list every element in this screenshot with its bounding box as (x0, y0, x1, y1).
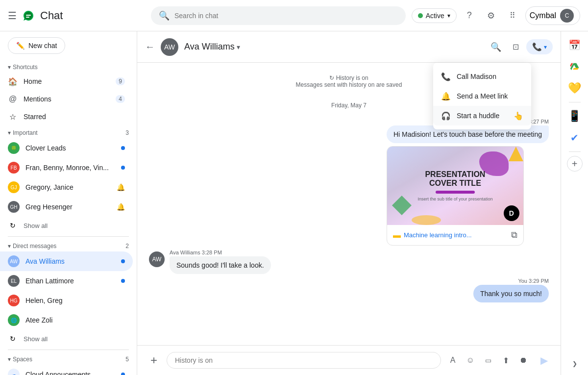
format-text-button[interactable]: A (445, 352, 461, 368)
grid-button[interactable]: ⠿ (504, 7, 521, 25)
right-panel-divider (569, 102, 581, 102)
attachment-name: ▬ Machine learning intro... (393, 231, 472, 240)
emoji-button[interactable]: ☺ (463, 352, 478, 368)
bell-icon2: 🔔 (117, 203, 125, 211)
phone-call-button[interactable]: 📞 ▾ (526, 39, 553, 54)
new-chat-icon: ✏️ (16, 42, 24, 50)
message-meta: Ava Williams 3:28 PM (170, 250, 271, 255)
spaces-toggle[interactable]: ▾ Spaces (8, 356, 32, 363)
google-chat-logo (22, 9, 35, 23)
sidebar-item-starred[interactable]: ☆ Starred (0, 108, 133, 125)
presentation-bar (436, 191, 475, 194)
sidebar-item-fran-benny[interactable]: FB Fran, Benny, Monroe, Vin... (0, 158, 133, 177)
phone-icon2: 📞 (441, 72, 451, 81)
dm-toggle[interactable]: ▾ Direct messages (8, 243, 56, 250)
svg-rect-1 (26, 15, 31, 16)
chevron-down-icon: ▾ (8, 64, 11, 71)
settings-button[interactable]: ⚙ (482, 7, 500, 25)
unread-dot (121, 166, 125, 170)
sidebar-item-ethan-lattimore[interactable]: EL Ethan Lattimore (0, 271, 133, 291)
sidebar-item-mentions[interactable]: @ Mentions 4 (0, 90, 133, 108)
message-meta: You 3:29 PM (473, 278, 549, 284)
chevron-down-icon3: ▾ (8, 243, 11, 250)
unread-dot (121, 279, 125, 283)
bell-icon: 🔔 (117, 183, 125, 191)
dropdown-item-call-madison[interactable]: 📞 Call Madison (433, 67, 531, 86)
message-content: Ava Williams 3:28 PM Sounds good! I'll t… (170, 250, 271, 274)
avatar: C (560, 9, 574, 23)
show-all-important[interactable]: ↻ Show all (0, 217, 133, 234)
presentation-desc: Insert the sub title of your presentatio… (417, 197, 492, 201)
drive-icon[interactable] (565, 57, 585, 76)
expand-panel-button[interactable]: ❯ (572, 360, 577, 371)
sidebar-item-greg-hesenger[interactable]: GH Greg Hesenger 🔔 (0, 197, 133, 217)
search-input[interactable] (174, 12, 398, 20)
mentions-icon: @ (8, 94, 18, 104)
search-chat-button[interactable]: 🔍 (487, 38, 505, 56)
important-toggle[interactable]: ▾ Important (8, 129, 38, 136)
shortcuts-toggle[interactable]: ▾ Shortcuts (8, 64, 38, 71)
sidebar-item-clover-leads[interactable]: 🍀 Clover Leads (0, 138, 133, 158)
search-input-wrap[interactable]: 🔍 (151, 6, 406, 25)
message-content: You 3:29 PM Thank you so much! (473, 278, 549, 302)
cursor-pointer-icon: 👆 (514, 111, 523, 121)
unread-dot (121, 373, 125, 375)
right-panel: 📅 💛 📱 ✔ + ❯ (561, 31, 588, 375)
sidebar-item-atee-zoli[interactable]: 🌐 Atee Zoli (0, 310, 133, 330)
send-button[interactable]: ▶ (535, 351, 553, 369)
message-content: You 3:27 PM Hi Madision! Let's touch bas… (387, 119, 549, 246)
dropdown-item-send-meet-link[interactable]: 🔔 Send a Meet link (433, 86, 531, 106)
help-button[interactable]: ? (461, 7, 478, 25)
dropdown-menu: 📞 Call Madison 🔔 Send a Meet link 🎧 Star… (433, 63, 531, 129)
contact-name[interactable]: Ava Williams ▾ (184, 42, 481, 52)
message-input[interactable] (167, 352, 441, 369)
important-section-header: ▾ Important 3 (0, 125, 137, 138)
add-apps-button[interactable]: + (567, 156, 583, 172)
divider2 (8, 350, 129, 350)
keep-icon[interactable]: 💛 (565, 78, 585, 98)
mention-button[interactable]: ▭ (480, 352, 496, 368)
home-icon: 🏠 (8, 76, 18, 86)
sidebar-item-helen-greg[interactable]: HG Helen, Greg (0, 291, 133, 310)
contact-avatar: AW (161, 38, 178, 56)
phone-green-icon[interactable]: 📱 (565, 106, 585, 126)
divider (8, 236, 129, 237)
attachment-card[interactable]: PRESENTATION COVER TITLE Insert the sub … (387, 146, 524, 246)
presentation-title: PRESENTATION (417, 170, 492, 179)
unread-dot (121, 146, 125, 150)
dropdown-item-start-huddle[interactable]: 🎧 Start a huddle 👆 (433, 106, 531, 125)
new-chat-button[interactable]: ✏️ New chat (8, 37, 65, 54)
calendar-icon[interactable]: 📅 (565, 35, 585, 55)
sidebar-item-home[interactable]: 🏠 Home 9 (0, 73, 133, 90)
back-button[interactable]: ← (145, 41, 155, 52)
video-call-button[interactable]: ⊡ (507, 38, 524, 56)
message-row: You 3:27 PM Hi Madision! Let's touch bas… (149, 119, 549, 246)
copy-icon[interactable]: ⧉ (511, 230, 517, 240)
chevron-down-icon4: ▾ (8, 356, 11, 363)
record-button[interactable]: ⏺ (515, 352, 531, 368)
tasks-icon[interactable]: ✔ (565, 128, 585, 148)
message-input-area: + A ☺ ▭ ⬆ ⏺ ▶ (137, 345, 561, 375)
sidebar-item-gregory-janice[interactable]: GJ Gregory, Janice 🔔 (0, 177, 133, 197)
user-profile-button[interactable]: Cymbal C (525, 6, 580, 25)
chevron-down-icon6: ▾ (544, 44, 547, 50)
sidebar-item-cloud-ann[interactable]: ☁ Cloud Annoucements (0, 365, 133, 375)
sidebar-item-ava-williams[interactable]: AW Ava Williams (0, 251, 133, 271)
shortcuts-section-header: ▾ Shortcuts (0, 60, 137, 73)
user-name-label: Cymbal (530, 11, 556, 20)
huddle-icon: 🎧 (441, 111, 451, 121)
hamburger-icon[interactable]: ☰ (8, 10, 17, 22)
clover-leads-icon: 🍀 (8, 142, 20, 154)
message-row: AW Ava Williams 3:28 PM Sounds good! I'l… (149, 250, 549, 274)
status-button[interactable]: Active ▾ (412, 8, 457, 23)
attachment-preview: PRESENTATION COVER TITLE Insert the sub … (387, 147, 523, 225)
attach-button[interactable]: ⬆ (498, 352, 514, 368)
top-bar-right: Active ▾ ? ⚙ ⠿ Cymbal C (412, 6, 580, 25)
spaces-section-header: ▾ Spaces 5 (0, 352, 137, 365)
fran-benny-icon: FB (8, 162, 20, 174)
gregory-janice-icon: GJ (8, 181, 20, 193)
app-title: Chat (40, 9, 63, 22)
show-all-dm[interactable]: ↻ Show all (0, 330, 133, 348)
meet-link-icon: 🔔 (441, 91, 451, 101)
add-button[interactable]: + (145, 351, 163, 369)
